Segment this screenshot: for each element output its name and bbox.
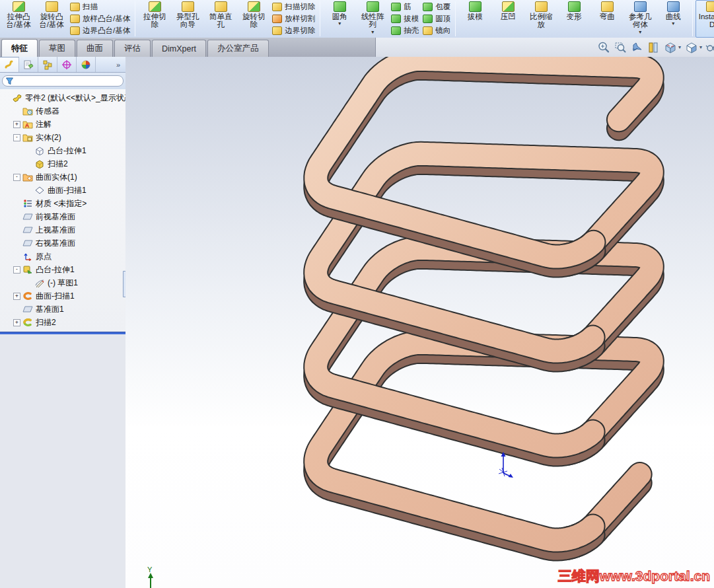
lofted-cut-icon <box>272 15 282 23</box>
swept-cut-button[interactable]: 扫描切除 <box>272 1 315 13</box>
tab-sketch[interactable]: 草图 <box>39 40 75 57</box>
extruded-boss-button[interactable]: 拉伸凸台/基体 <box>2 0 35 38</box>
instant3d-button[interactable]: Instant3D <box>696 0 714 38</box>
view-orientation-button[interactable]: ▾ <box>662 40 682 55</box>
deform-button[interactable]: 变形 <box>557 0 590 38</box>
display-style-button[interactable]: ▾ <box>684 40 703 55</box>
zoom-area-button[interactable] <box>613 40 627 55</box>
curves-dropdown[interactable]: ▾ <box>672 21 674 26</box>
expand-toggle[interactable]: - <box>13 174 20 181</box>
tree-item-annotations[interactable]: + A 注解 <box>0 118 125 131</box>
draft-button[interactable]: 拔模 <box>391 13 419 24</box>
mirror-button[interactable]: 镜向 <box>423 25 450 36</box>
dome-icon <box>423 15 433 23</box>
reference-geometry-button[interactable]: 参考几何体 ▾ <box>624 0 657 38</box>
filter-box <box>2 75 124 87</box>
section-view-button[interactable] <box>646 40 660 55</box>
tree-item-part-root[interactable]: 零件2 (默认<<默认>_显示状态 <box>0 91 125 104</box>
tree-item-surface-bodies[interactable]: - 曲面实体(1) <box>0 170 125 184</box>
graphics-viewport[interactable]: Y 三维网www.3dportal.cn <box>125 57 714 588</box>
shell-button[interactable]: 抽壳 <box>391 25 419 36</box>
tab-office-products[interactable]: 办公室产品 <box>207 40 269 57</box>
filter-input[interactable] <box>14 76 120 86</box>
swept-boss-button[interactable]: 扫描 <box>70 1 130 13</box>
expand-toggle[interactable]: - <box>13 266 20 274</box>
boundary-boss-button[interactable]: 边界凸台/基体 <box>70 25 130 36</box>
tree-item-top-plane[interactable]: 上视基准面 <box>0 223 125 237</box>
tree-item-plane1[interactable]: 基准面1 <box>0 303 125 316</box>
curves-icon <box>667 1 680 12</box>
expand-toggle[interactable]: + <box>13 121 20 128</box>
lofted-cut-button[interactable]: 放样切割 <box>272 13 315 24</box>
tree-item-front-plane[interactable]: 前视基准面 <box>0 210 125 223</box>
revolved-cut-button[interactable]: 旋转切除 <box>237 0 270 38</box>
linear-pattern-icon <box>367 1 379 12</box>
dimxpert-manager-tab[interactable] <box>57 57 77 72</box>
scale-button[interactable]: 比例缩放 <box>524 0 557 38</box>
tree-item-sensors[interactable]: 传感器 <box>0 104 125 118</box>
draft-big-button[interactable]: 拔模 <box>458 0 491 38</box>
scale-icon <box>535 1 548 12</box>
tab-surfaces[interactable]: 曲面 <box>77 40 113 57</box>
features-group: 圆角 ▾ 线性阵列 ▾ 筋 拔模 抽壳 <box>321 0 454 38</box>
indent-button[interactable]: 压凹 <box>491 0 524 38</box>
coil-spring-model[interactable] <box>316 59 652 549</box>
feature-manager-panel: » 零件2 (默认<<默认>_显示状态 <box>0 57 127 588</box>
linear-pattern-dropdown[interactable]: ▾ <box>371 30 374 35</box>
tree-item-solid-bodies[interactable]: - 实体(2) <box>0 131 125 144</box>
property-manager-tab[interactable] <box>19 57 38 72</box>
extruded-cut-icon <box>149 1 161 12</box>
tab-evaluate[interactable]: 评估 <box>114 40 151 57</box>
flex-button[interactable]: 弯曲 <box>590 0 624 38</box>
simple-hole-button[interactable]: 简单直孔 <box>204 0 237 38</box>
panel-overflow-chevron[interactable]: » <box>111 57 125 72</box>
previous-view-button[interactable] <box>629 40 644 55</box>
mirror-icon <box>423 26 433 35</box>
tree-item-surface-sweep1-body[interactable]: 曲面-扫描1 <box>0 184 125 197</box>
display-manager-icon <box>81 59 91 70</box>
fillet-dropdown[interactable]: ▾ <box>338 21 341 26</box>
tree-item-material[interactable]: 材质 <未指定> <box>0 197 125 210</box>
extruded-cut-button[interactable]: 拉伸切除 <box>138 0 171 38</box>
expand-toggle[interactable]: + <box>13 319 20 326</box>
tree-item-sweep2-body[interactable]: 扫描2 <box>0 157 125 170</box>
fillet-button[interactable]: 圆角 ▾ <box>323 0 356 38</box>
wrap-button[interactable]: 包覆 <box>423 1 450 13</box>
display-style-dropdown[interactable]: ▾ <box>699 44 702 50</box>
hide-show-items-button[interactable] <box>705 40 714 55</box>
dome-button[interactable]: 圆顶 <box>423 13 450 24</box>
configuration-manager-tab[interactable] <box>38 57 57 72</box>
display-manager-tab[interactable] <box>77 57 96 72</box>
boundary-cut-button[interactable]: 边界切除 <box>272 25 315 36</box>
lofted-boss-button[interactable]: 放样凸台/基体 <box>70 13 130 24</box>
tree-item-boss-extrude1-feature[interactable]: - 凸台-拉伸1 <box>0 263 125 276</box>
plane-icon <box>22 225 33 235</box>
hole-wizard-button[interactable]: 异型孔向导 <box>171 0 204 38</box>
sketch-icon <box>34 278 45 287</box>
tab-features[interactable]: 特征 <box>1 39 38 57</box>
feature-manager-tab[interactable] <box>0 57 19 72</box>
view-orientation-icon <box>663 41 678 54</box>
expand-toggle[interactable]: + <box>13 293 20 300</box>
extruded-boss-icon <box>13 1 25 12</box>
reference-geometry-icon <box>634 1 647 12</box>
reference-geometry-dropdown[interactable]: ▾ <box>639 30 641 35</box>
revolved-boss-icon <box>46 1 58 12</box>
view-orientation-dropdown[interactable]: ▾ <box>678 44 681 50</box>
linear-pattern-button[interactable]: 线性阵列 ▾ <box>356 0 389 38</box>
toolbar-separator <box>455 1 456 36</box>
rib-button[interactable]: 筋 <box>391 1 419 13</box>
revolved-boss-button[interactable]: 旋转凸台/基体 <box>35 0 68 38</box>
tree-item-right-plane[interactable]: 右视基准面 <box>0 237 125 250</box>
tree-item-origin[interactable]: 原点 <box>0 250 125 263</box>
tab-dimxpert[interactable]: DimXpert <box>152 40 206 57</box>
expand-toggle[interactable]: - <box>13 134 20 141</box>
tree-item-boss-extrude1-body[interactable]: 凸台-拉伸1 <box>0 144 125 157</box>
curves-button[interactable]: 曲线 ▾ <box>657 0 690 38</box>
tree-item-sketch1[interactable]: (-) 草图1 <box>0 276 125 289</box>
tree-item-surface-sweep1-feature[interactable]: + 曲面-扫描1 <box>0 289 125 303</box>
triad-y-label: Y <box>147 566 153 573</box>
rib-draft-shell-stack: 筋 拔模 抽壳 <box>389 0 421 38</box>
zoom-fit-button[interactable] <box>596 40 611 55</box>
tree-item-sweep2-feature[interactable]: + 扫描2 <box>0 316 125 329</box>
